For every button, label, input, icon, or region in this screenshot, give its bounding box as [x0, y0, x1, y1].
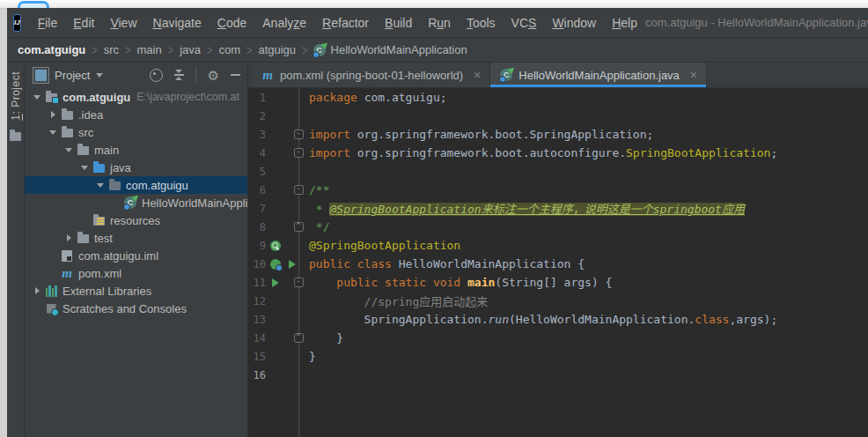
tree-row-pom-xml[interactable]: mpom.xml	[25, 264, 247, 282]
menu-item-build[interactable]: Build	[377, 12, 420, 33]
line-number: 13	[248, 314, 266, 326]
run-icon[interactable]	[285, 257, 299, 271]
chevron-collapsed-icon[interactable]	[62, 234, 76, 241]
tree-item-label: src	[78, 126, 93, 139]
hide-panel-icon[interactable]	[231, 74, 240, 76]
tree-row-test[interactable]: test	[25, 229, 247, 247]
tree-item-label: resources	[110, 214, 160, 227]
folder-icon	[60, 125, 74, 139]
menu-item-file[interactable]: File	[30, 12, 66, 33]
chevron-collapsed-icon[interactable]	[46, 111, 60, 118]
chevron-expanded-icon[interactable]	[46, 130, 60, 135]
code-line-16[interactable]: 16	[248, 366, 868, 384]
tree-row-external-libraries[interactable]: External Libraries	[25, 282, 247, 300]
gutter-icons	[266, 257, 292, 271]
code-segment: com.atguigu;	[364, 91, 447, 104]
chevron-down-icon[interactable]	[96, 73, 103, 78]
fold-collapse-icon[interactable]: -	[294, 185, 304, 195]
tree-row-com-atguigu[interactable]: com.atguiguE:\javaproject\com.at	[25, 88, 247, 106]
code-line-13[interactable]: 13 SpringApplication.run(HelloWorldMainA…	[248, 310, 868, 329]
tree-row-helloworldmainapplication[interactable]: CHelloWorldMainApplication	[25, 194, 247, 211]
code-editor[interactable]: 1package com.atguigu;23-import org.sprin…	[248, 88, 868, 437]
breadcrumb-item-main[interactable]: main	[136, 43, 164, 56]
code-line-3[interactable]: 3-import org.springframework.boot.Spring…	[248, 125, 868, 144]
code-line-7[interactable]: 7 * @SpringBootApplication来标注一个主程序，说明这是一…	[248, 199, 868, 218]
code-text: }	[305, 331, 343, 344]
menu-item-help[interactable]: Help	[604, 12, 645, 33]
code-line-15[interactable]: 15}	[248, 347, 868, 366]
menu-item-view[interactable]: View	[102, 12, 144, 33]
code-line-14[interactable]: 14^ }	[248, 329, 868, 347]
menu-item-refactor[interactable]: Refactor	[314, 12, 377, 33]
code-line-12[interactable]: 12 //spring应用启动起来	[248, 292, 868, 310]
fold-collapse-icon[interactable]: -	[294, 148, 304, 158]
menu-item-code[interactable]: Code	[210, 12, 254, 33]
tree-row-main[interactable]: main	[25, 141, 247, 159]
code-line-8[interactable]: 8^ */	[248, 218, 868, 236]
menu-item-navigate[interactable]: Navigate	[145, 12, 210, 33]
project-stripe-button[interactable]: 1: Project	[9, 71, 23, 143]
code-line-2[interactable]: 2	[248, 107, 868, 125]
project-panel-title[interactable]: Project	[55, 69, 90, 82]
locate-icon[interactable]	[150, 69, 163, 82]
fold-end-icon[interactable]: ^	[294, 333, 304, 343]
tree-row-scratches-and-consoles[interactable]: Scratches and Consoles	[25, 300, 247, 317]
fold-collapse-icon[interactable]: -	[294, 278, 304, 287]
menu-item-edit[interactable]: Edit	[65, 12, 102, 33]
maven-icon: m	[261, 68, 275, 82]
breadcrumb-item-src[interactable]: src	[102, 43, 121, 56]
tree-row-java[interactable]: java	[25, 159, 247, 176]
settings-gear-icon[interactable]: ⚙	[208, 70, 219, 81]
run-icon[interactable]	[268, 276, 283, 290]
code-line-4[interactable]: 4-import org.springframework.boot.autoco…	[248, 144, 868, 162]
code-line-1[interactable]: 1package com.atguigu;	[248, 88, 868, 107]
screen: IJ FileEditViewNavigateCodeAnalyzeRefact…	[0, 0, 868, 437]
menu-item-tools[interactable]: Tools	[459, 12, 504, 33]
tree-row-resources[interactable]: resources	[25, 211, 247, 229]
spring-search-icon[interactable]	[268, 239, 283, 253]
fold-end-icon[interactable]: ^	[294, 222, 304, 232]
code-segment: }	[309, 350, 316, 363]
iml-file-icon	[60, 248, 74, 263]
code-line-11[interactable]: 11- public static void main(String[] arg…	[248, 273, 868, 292]
tree-row-idea[interactable]: .idea	[25, 106, 247, 123]
breadcrumb-item-java[interactable]: java	[178, 43, 202, 56]
chevron-expanded-icon[interactable]	[62, 148, 76, 152]
project-panel-header: Project ⚙	[25, 63, 247, 87]
tree-row-src[interactable]: src	[25, 123, 247, 141]
collapse-all-icon[interactable]	[174, 70, 184, 80]
fold-collapse-icon[interactable]: -	[294, 130, 304, 139]
breadcrumb-leaf-label: HelloWorldMainApplication	[331, 43, 467, 56]
code-line-9[interactable]: 9@SpringBootApplication	[248, 236, 868, 255]
code-line-5[interactable]: 5	[248, 162, 868, 181]
code-text: @SpringBootApplication	[305, 239, 460, 252]
scratches-icon	[44, 301, 58, 315]
code-text: //spring应用启动起来	[305, 293, 488, 309]
editor-tab-pom-xml-spring-boot-01-helloworld[interactable]: mpom.xml (spring-boot-01-helloworld)×	[252, 63, 490, 87]
code-line-10[interactable]: 10public class HelloWorldMainApplication…	[248, 255, 868, 273]
menu-item-window[interactable]: Window	[544, 12, 604, 33]
line-number: 11	[248, 277, 266, 289]
editor-tab-bar: mpom.xml (spring-boot-01-helloworld)×CHe…	[248, 63, 868, 88]
boot-run-icon[interactable]	[268, 257, 283, 271]
chevron-expanded-icon[interactable]	[77, 166, 92, 170]
menu-item-analyze[interactable]: Analyze	[254, 12, 314, 33]
menu-item-vcs[interactable]: VCS	[504, 12, 545, 33]
resources-folder-icon	[92, 213, 106, 227]
tree-row-com-atguigu[interactable]: com.atguigu	[25, 176, 247, 194]
breadcrumb-item-com-atguigu[interactable]: com.atguigu	[16, 43, 87, 56]
chevron-expanded-icon[interactable]	[30, 95, 44, 100]
chevron-expanded-icon[interactable]	[93, 183, 107, 188]
fold-column: -	[292, 278, 305, 287]
breadcrumb-item-com[interactable]: com	[217, 43, 242, 56]
chevron-collapsed-icon[interactable]	[30, 287, 44, 294]
tree-row-com-atguigu-iml[interactable]: com.atguigu.iml	[25, 247, 247, 264]
tab-close-icon[interactable]: ×	[474, 68, 481, 82]
tab-close-icon[interactable]: ×	[690, 68, 697, 82]
editor-tab-helloworldmainapplication-java[interactable]: CHelloWorldMainApplication.java×	[490, 63, 707, 87]
breadcrumb-item-atguigu[interactable]: atguigu	[256, 43, 298, 56]
menu-item-run[interactable]: Run	[420, 12, 459, 33]
code-line-6[interactable]: 6-/**	[248, 181, 868, 199]
breadcrumb-item-helloworldmainapplication[interactable]: CHelloWorldMainApplication	[313, 43, 467, 57]
tree-item-label: com.atguigu.iml	[78, 249, 158, 263]
